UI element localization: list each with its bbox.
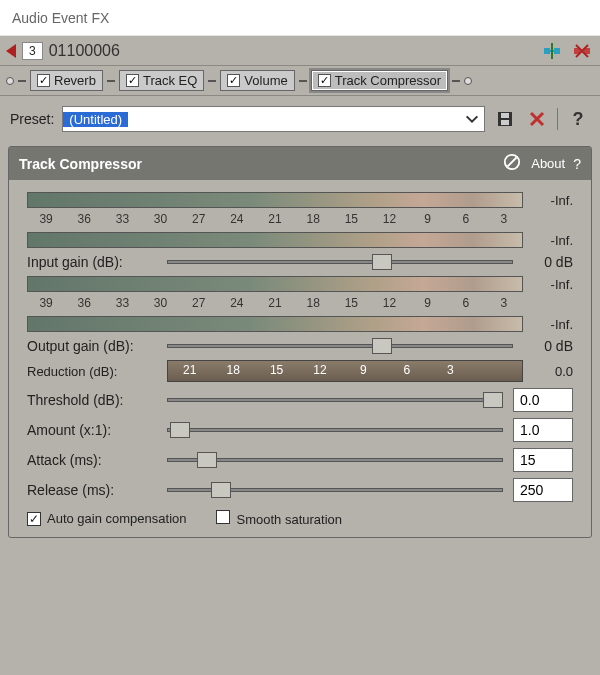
input-meter-right-value: -Inf. xyxy=(533,233,573,248)
threshold-slider[interactable] xyxy=(167,392,503,408)
reduction-value: 0.0 xyxy=(533,364,573,379)
panel-help-icon[interactable]: ? xyxy=(573,156,581,172)
fx-tab-reverb[interactable]: Reverb xyxy=(30,70,103,91)
preset-label: Preset: xyxy=(10,111,54,127)
svg-line-15 xyxy=(508,158,517,167)
attack-input[interactable] xyxy=(513,448,573,472)
svg-rect-9 xyxy=(501,113,509,118)
window-title: Audio Event FX xyxy=(12,10,588,26)
release-input[interactable] xyxy=(513,478,573,502)
preset-row: Preset: (Untitled) ? xyxy=(0,96,600,142)
help-icon[interactable]: ? xyxy=(566,107,590,131)
input-gain-label: Input gain (dB): xyxy=(27,254,157,270)
fx-tab-track-compressor[interactable]: Track Compressor xyxy=(311,70,448,91)
svg-rect-10 xyxy=(501,120,509,125)
fx-tab-track-eq[interactable]: Track EQ xyxy=(119,70,204,91)
reverb-enabled-checkbox[interactable] xyxy=(37,74,50,87)
amount-slider[interactable] xyxy=(167,422,503,438)
delete-preset-icon[interactable] xyxy=(525,107,549,131)
input-gain-value: 0 dB xyxy=(523,254,573,270)
track-eq-enabled-checkbox[interactable] xyxy=(126,74,139,87)
reduction-label: Reduction (dB): xyxy=(27,364,157,379)
input-meter-right xyxy=(27,232,523,248)
volume-enabled-checkbox[interactable] xyxy=(227,74,240,87)
track-name: 01100006 xyxy=(49,42,120,60)
reduction-meter: 21181512963 xyxy=(167,360,523,382)
chain-end-node[interactable] xyxy=(464,77,472,85)
output-gain-label: Output gain (dB): xyxy=(27,338,157,354)
output-meter-right-value: -Inf. xyxy=(533,317,573,332)
about-link[interactable]: About xyxy=(531,156,565,171)
threshold-label: Threshold (dB): xyxy=(27,392,157,408)
chain-start-node[interactable] xyxy=(6,77,14,85)
amount-label: Amount (x:1): xyxy=(27,422,157,438)
titlebar: Audio Event FX xyxy=(0,0,600,36)
panel-header: Track Compressor About ? xyxy=(9,147,591,180)
play-triangle-icon xyxy=(6,44,16,58)
input-meter-left-value: -Inf. xyxy=(533,193,573,208)
track-compressor-enabled-checkbox[interactable] xyxy=(318,74,331,87)
input-meter-ruler: 39363330272421181512963 xyxy=(27,212,523,228)
output-meter-left-value: -Inf. xyxy=(533,277,573,292)
output-meter-right xyxy=(27,316,523,332)
output-gain-slider[interactable] xyxy=(167,338,513,354)
input-gain-slider[interactable] xyxy=(167,254,513,270)
output-meter-left xyxy=(27,276,523,292)
threshold-input[interactable] xyxy=(513,388,573,412)
preset-dropdown[interactable]: (Untitled) xyxy=(62,106,485,132)
release-slider[interactable] xyxy=(167,482,503,498)
auto-gain-checkbox[interactable]: Auto gain compensation xyxy=(27,511,186,526)
track-number: 3 xyxy=(22,42,43,60)
panel-title: Track Compressor xyxy=(19,156,142,172)
track-bar: 3 01100006 xyxy=(0,36,600,66)
output-gain-value: 0 dB xyxy=(523,338,573,354)
chain-insert-icon[interactable] xyxy=(540,39,564,63)
amount-input[interactable] xyxy=(513,418,573,442)
attack-label: Attack (ms): xyxy=(27,452,157,468)
input-meter-left xyxy=(27,192,523,208)
fx-chain: Reverb Track EQ Volume Track Compressor xyxy=(0,66,600,96)
save-preset-icon[interactable] xyxy=(493,107,517,131)
svg-text:?: ? xyxy=(573,109,584,129)
window: Audio Event FX 3 01100006 Reverb Track E… xyxy=(0,0,600,675)
release-label: Release (ms): xyxy=(27,482,157,498)
preset-value: (Untitled) xyxy=(63,112,128,127)
fx-tab-volume[interactable]: Volume xyxy=(220,70,294,91)
smooth-saturation-checkbox[interactable]: Smooth saturation xyxy=(216,510,342,527)
output-meter-ruler: 39363330272421181512963 xyxy=(27,296,523,312)
compressor-panel: Track Compressor About ? -Inf. 393633302… xyxy=(8,146,592,538)
svg-rect-0 xyxy=(544,48,550,54)
attack-slider[interactable] xyxy=(167,452,503,468)
chevron-down-icon[interactable] xyxy=(464,111,480,127)
bypass-icon[interactable] xyxy=(503,153,521,174)
chain-remove-icon[interactable] xyxy=(570,39,594,63)
svg-rect-1 xyxy=(554,48,560,54)
